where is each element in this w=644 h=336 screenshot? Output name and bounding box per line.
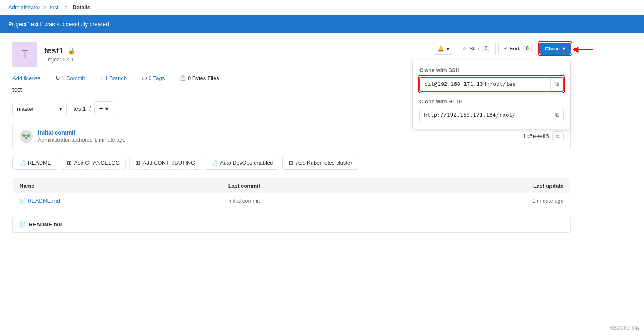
branches-meta: ⑂ 1 Branch [100, 75, 126, 81]
add-license-link[interactable]: Add license [12, 75, 40, 81]
tag-icon: 🏷 [142, 75, 147, 81]
success-banner: Project 'test1' was successfully created… [0, 15, 644, 33]
plus-icon: + [99, 105, 103, 113]
action-autodevops-button[interactable]: 📄Auto DevOps enabled [205, 156, 279, 170]
commit-hash: 1b3eee85 ⧉ [523, 131, 564, 141]
files-icon: 📋 [180, 75, 186, 81]
star-button[interactable]: ☆ Star 0 [457, 42, 496, 55]
branch-name: master [17, 106, 34, 112]
project-info: T test1 🔒 Project ID: 1 [12, 42, 75, 67]
col-name: Name [13, 178, 222, 193]
ssh-copy-button[interactable]: ⧉ [550, 78, 563, 91]
col-commit: Last commit [222, 178, 397, 193]
commit-avatar [20, 130, 33, 143]
breadcrumb-sep1: > [43, 4, 47, 10]
breadcrumb-admin[interactable]: Administrator [8, 4, 40, 10]
commits-link[interactable]: 1 Commit [62, 75, 85, 81]
table-row: 📄 README.md Initial commit 1 minute ago [13, 193, 571, 208]
project-title: test1 🔒 [44, 46, 75, 55]
table-header-row: Name Last commit Last update [13, 178, 571, 193]
fork-button[interactable]: ⑂ Fork 0 [498, 42, 537, 55]
lock-icon: 🔒 [67, 47, 75, 55]
http-clone-row: ⧉ [419, 108, 564, 122]
breadcrumb: Administrator > test1 > Details [0, 0, 644, 15]
http-copy-button[interactable]: ⧉ [551, 108, 563, 122]
http-title: Clone with HTTP [419, 98, 564, 105]
slash-separator: / [89, 105, 91, 112]
ssh-clone-input[interactable] [420, 78, 550, 90]
clone-label: Clone [545, 45, 560, 52]
breadcrumb-sep2: > [65, 4, 68, 10]
project-actions: 🔔 ▾ ☆ Star 0 ⑂ Fork 0 Clone ▾ [433, 42, 571, 55]
add-chevron: ▾ [105, 104, 109, 113]
commit-title[interactable]: Initial commit [38, 129, 523, 136]
branch-icon: ⑂ [100, 75, 103, 81]
avatar: T [12, 42, 37, 67]
main-content: T test1 🔒 Project ID: 1 🔔 ▾ ☆ Star 0 [0, 33, 583, 241]
tags-link[interactable]: 0 Tags [149, 75, 165, 81]
action-kubernetes-button[interactable]: ⊞Add Kubernetes cluster [282, 156, 358, 170]
fork-count: 0 [523, 45, 532, 52]
clone-arrow [573, 45, 594, 55]
commit-icon: ↻ [55, 75, 60, 81]
commit-copy-button[interactable]: ⧉ [552, 131, 564, 141]
bell-icon: 🔔 [437, 45, 444, 52]
readme-icon: 📄 [19, 160, 25, 166]
file-table: Name Last commit Last update 📄 README.md… [12, 178, 571, 208]
notifications-button[interactable]: 🔔 ▾ [433, 43, 454, 55]
readme-section: 📄 README.md [12, 217, 571, 233]
add-file-button[interactable]: + ▾ [94, 101, 113, 116]
branches-link[interactable]: 1 Branch [105, 75, 126, 81]
commit-hash-value: 1b3eee85 [523, 133, 549, 139]
clone-button[interactable]: Clone ▾ [539, 43, 571, 55]
readme-header: 📄 README.md [13, 217, 570, 232]
commit-author: Administrator authored 1 minute ago [38, 137, 523, 143]
breadcrumb-project[interactable]: test1 [50, 4, 61, 10]
project-details: test1 🔒 Project ID: 1 [44, 46, 75, 63]
action-readme-button[interactable]: 📄README [12, 156, 57, 170]
action-buttons: 📄README⊞Add CHANGELOG⊞Add CONTRIBUTING📄A… [12, 156, 571, 170]
clone-button-container: Clone ▾ Clone with SSH ⧉ [539, 43, 571, 55]
readme-title: README.md [29, 221, 62, 228]
star-count: 0 [482, 45, 491, 52]
changelog-icon: ⊞ [67, 160, 72, 166]
success-message: Project 'test1' was successfully created… [8, 21, 111, 28]
action-contributing-button[interactable]: ⊞Add CONTRIBUTING [129, 156, 201, 170]
branch-selector[interactable]: master ▾ [12, 103, 67, 115]
commits-meta: ↻ 1 Commit [55, 75, 85, 81]
clone-chevron: ▾ [562, 45, 565, 52]
tags-meta: 🏷 0 Tags [142, 75, 165, 81]
http-clone-input[interactable] [420, 108, 551, 121]
breadcrumb-current: Details [72, 4, 90, 10]
notifications-chevron: ▾ [447, 45, 449, 52]
col-update: Last update [397, 178, 570, 193]
fork-icon: ⑂ [504, 45, 507, 52]
svg-point-2 [20, 130, 33, 143]
action-changelog-button[interactable]: ⊞Add CHANGELOG [61, 156, 126, 170]
kubernetes-icon: ⊞ [289, 160, 293, 166]
project-id: Project ID: 1 [44, 56, 75, 63]
star-label: Star [469, 45, 479, 52]
star-icon: ☆ [462, 45, 467, 52]
files-meta: 📋 0 Bytes Files [180, 75, 219, 81]
autodevops-icon: 📄 [211, 160, 217, 166]
commit-details: Initial commit Administrator authored 1 … [38, 129, 523, 143]
clone-dropdown: Clone with SSH ⧉ Clone with HTTP ⧉ [412, 60, 571, 129]
ssh-title: Clone with SSH [419, 67, 564, 73]
file-update: 1 minute ago [397, 193, 570, 208]
file-name-link[interactable]: 📄 README.md [20, 198, 215, 204]
ssh-clone-row: ⧉ [419, 77, 564, 92]
fork-label: Fork [509, 45, 520, 52]
branch-chevron: ▾ [59, 106, 62, 112]
readme-icon: 📄 [20, 221, 26, 228]
repo-project-name: test1 [73, 105, 86, 112]
project-header: T test1 🔒 Project ID: 1 🔔 ▾ ☆ Star 0 [12, 42, 571, 67]
contributing-icon: ⊞ [135, 160, 140, 166]
file-commit: Initial commit [222, 193, 397, 208]
